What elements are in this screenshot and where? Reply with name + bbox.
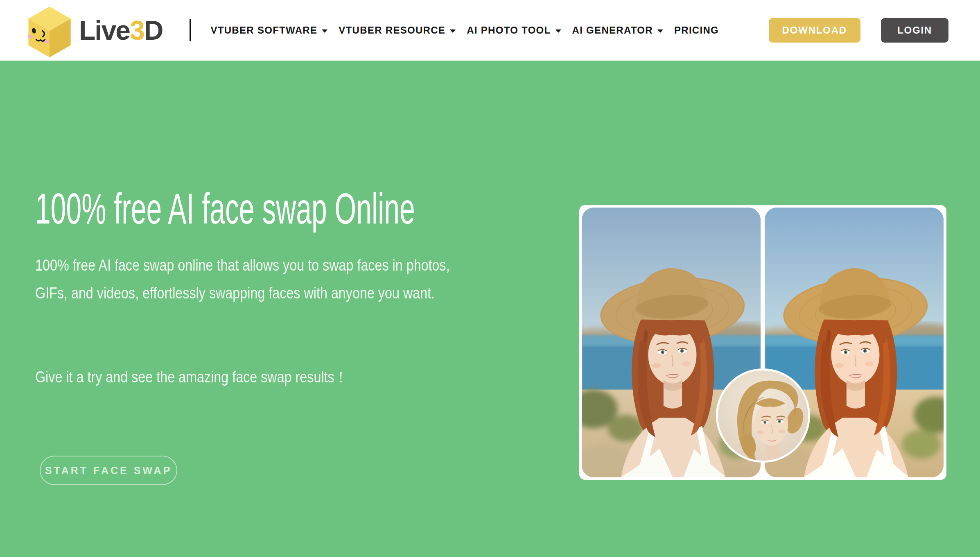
nav-item-vtuber-resource[interactable]: VTUBER RESOURCE bbox=[339, 25, 456, 36]
nav-label: AI PHOTO TOOL bbox=[467, 25, 551, 36]
nav-label: PRICING bbox=[674, 25, 719, 36]
chevron-down-icon bbox=[555, 29, 561, 33]
page-title: 100% free AI face swap Online bbox=[35, 187, 629, 230]
nav-item-pricing[interactable]: PRICING bbox=[674, 25, 719, 36]
page: Live3D VTUBER SOFTWARE VTUBER RESOURCE A… bbox=[0, 0, 980, 558]
main-nav: VTUBER SOFTWARE VTUBER RESOURCE AI PHOTO… bbox=[210, 25, 719, 36]
logo-text-live: Live bbox=[79, 15, 130, 45]
nav-item-ai-generator[interactable]: AI GENERATOR bbox=[572, 25, 663, 36]
face-swap-showcase bbox=[579, 205, 946, 480]
nav-item-ai-photo-tool[interactable]: AI PHOTO TOOL bbox=[467, 25, 561, 36]
header: Live3D VTUBER SOFTWARE VTUBER RESOURCE A… bbox=[0, 0, 980, 61]
download-button[interactable]: DOWNLOAD bbox=[769, 18, 860, 43]
hero-description: 100% free AI face swap online that allow… bbox=[35, 251, 464, 307]
logo-text-3: 3 bbox=[130, 15, 144, 45]
hero-tagline: Give it a try and see the amazing face s… bbox=[35, 363, 348, 391]
start-face-swap-button[interactable]: START FACE SWAP bbox=[40, 456, 177, 485]
logo[interactable]: Live3D bbox=[26, 2, 163, 58]
chevron-down-icon bbox=[322, 29, 327, 33]
nav-separator bbox=[190, 19, 191, 41]
nav-item-vtuber-software[interactable]: VTUBER SOFTWARE bbox=[210, 25, 327, 36]
chevron-down-icon bbox=[657, 29, 663, 33]
live3d-cube-mascot-icon bbox=[26, 6, 73, 58]
nav-label: VTUBER RESOURCE bbox=[339, 25, 445, 36]
logo-text-d: D bbox=[144, 15, 163, 45]
nav-label: AI GENERATOR bbox=[572, 25, 653, 36]
page-title-text: 100% free AI face swap Online bbox=[35, 187, 415, 230]
login-button[interactable]: LOGIN bbox=[881, 18, 948, 43]
chevron-down-icon bbox=[450, 29, 456, 33]
logo-text: Live3D bbox=[79, 17, 163, 44]
source-face-inset-photo bbox=[716, 368, 810, 463]
hero-section: 100% free AI face swap Online 100% free … bbox=[0, 61, 980, 557]
nav-label: VTUBER SOFTWARE bbox=[210, 25, 317, 36]
